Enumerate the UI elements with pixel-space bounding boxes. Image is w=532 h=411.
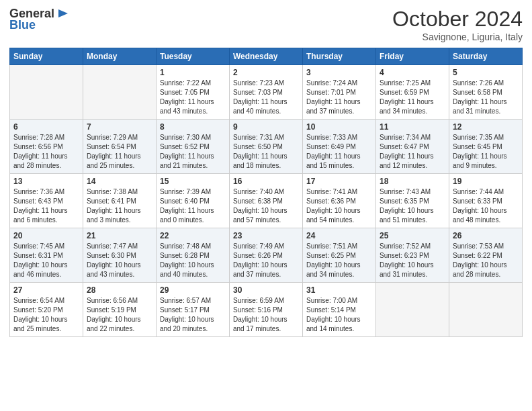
day-number: 6 [13,122,79,132]
day-info: Sunrise: 7:48 AMSunset: 6:28 PMDaylight:… [160,242,214,278]
day-number: 8 [160,122,226,132]
day-info: Sunrise: 7:47 AMSunset: 6:30 PMDaylight:… [87,242,141,278]
week-row-2: 6Sunrise: 7:28 AMSunset: 6:56 PMDaylight… [10,120,523,174]
calendar-cell: 14Sunrise: 7:38 AMSunset: 6:41 PMDayligh… [83,174,157,228]
calendar-cell: 19Sunrise: 7:44 AMSunset: 6:33 PMDayligh… [449,174,523,228]
day-info: Sunrise: 7:33 AMSunset: 6:49 PMDaylight:… [306,134,361,169]
calendar-cell: 1Sunrise: 7:22 AMSunset: 7:05 PMDaylight… [157,65,230,120]
day-number: 14 [87,177,152,186]
day-number: 4 [380,68,445,77]
col-header-tuesday: Tuesday [157,48,230,65]
day-info: Sunrise: 7:49 AMSunset: 6:26 PMDaylight:… [233,242,287,278]
day-info: Sunrise: 7:22 AMSunset: 7:05 PMDaylight:… [160,79,214,115]
day-number: 17 [306,177,372,186]
day-info: Sunrise: 6:56 AMSunset: 5:19 PMDaylight:… [87,297,141,332]
calendar-cell: 11Sunrise: 7:34 AMSunset: 6:47 PMDayligh… [376,120,449,174]
day-info: Sunrise: 7:26 AMSunset: 6:58 PMDaylight:… [453,79,507,115]
day-number: 25 [380,231,445,240]
calendar-cell: 3Sunrise: 7:24 AMSunset: 7:01 PMDaylight… [303,65,376,120]
logo: General Blue [9,7,69,32]
day-number: 7 [87,122,152,132]
svg-marker-0 [58,9,68,17]
logo-blue-text: Blue [9,18,36,32]
calendar-cell: 6Sunrise: 7:28 AMSunset: 6:56 PMDaylight… [10,120,83,174]
calendar-cell [83,65,157,120]
calendar-cell: 28Sunrise: 6:56 AMSunset: 5:19 PMDayligh… [83,283,157,337]
day-info: Sunrise: 7:41 AMSunset: 6:36 PMDaylight:… [306,188,361,224]
calendar-cell: 17Sunrise: 7:41 AMSunset: 6:36 PMDayligh… [303,174,376,228]
day-number: 2 [233,68,299,77]
day-number: 5 [453,68,519,77]
day-number: 30 [233,285,299,295]
calendar-cell: 16Sunrise: 7:40 AMSunset: 6:38 PMDayligh… [230,174,303,228]
day-number: 1 [160,68,226,77]
col-header-thursday: Thursday [303,48,376,65]
day-info: Sunrise: 7:28 AMSunset: 6:56 PMDaylight:… [13,134,68,169]
header-row: SundayMondayTuesdayWednesdayThursdayFrid… [10,48,523,65]
day-info: Sunrise: 7:40 AMSunset: 6:38 PMDaylight:… [233,188,287,224]
calendar-cell [449,283,523,337]
calendar-table: SundayMondayTuesdayWednesdayThursdayFrid… [9,48,523,337]
day-info: Sunrise: 7:38 AMSunset: 6:41 PMDaylight:… [87,188,141,224]
day-number: 13 [13,177,79,186]
day-number: 16 [233,177,299,186]
day-number: 27 [13,285,79,295]
day-info: Sunrise: 7:34 AMSunset: 6:47 PMDaylight:… [380,134,434,169]
calendar-cell: 12Sunrise: 7:35 AMSunset: 6:45 PMDayligh… [449,120,523,174]
day-number: 24 [306,231,372,240]
day-info: Sunrise: 7:43 AMSunset: 6:35 PMDaylight:… [380,188,434,224]
calendar-cell: 5Sunrise: 7:26 AMSunset: 6:58 PMDaylight… [449,65,523,120]
col-header-wednesday: Wednesday [230,48,303,65]
calendar-cell: 8Sunrise: 7:30 AMSunset: 6:52 PMDaylight… [157,120,230,174]
day-info: Sunrise: 7:51 AMSunset: 6:25 PMDaylight:… [306,242,361,278]
day-number: 31 [306,285,372,295]
col-header-friday: Friday [376,48,449,65]
calendar-cell: 27Sunrise: 6:54 AMSunset: 5:20 PMDayligh… [10,283,83,337]
main-container: General Blue October 2024 Savignone, Lig… [0,0,532,344]
day-info: Sunrise: 7:29 AMSunset: 6:54 PMDaylight:… [87,134,141,169]
day-number: 3 [306,68,372,77]
calendar-cell: 15Sunrise: 7:39 AMSunset: 6:40 PMDayligh… [157,174,230,228]
day-number: 20 [13,231,79,240]
calendar-cell: 13Sunrise: 7:36 AMSunset: 6:43 PMDayligh… [10,174,83,228]
day-number: 28 [87,285,152,295]
calendar-cell: 23Sunrise: 7:49 AMSunset: 6:26 PMDayligh… [230,228,303,283]
day-number: 29 [160,285,226,295]
calendar-cell: 29Sunrise: 6:57 AMSunset: 5:17 PMDayligh… [157,283,230,337]
calendar-cell: 7Sunrise: 7:29 AMSunset: 6:54 PMDaylight… [83,120,157,174]
week-row-1: 1Sunrise: 7:22 AMSunset: 7:05 PMDaylight… [10,65,523,120]
day-number: 26 [453,231,519,240]
day-info: Sunrise: 6:59 AMSunset: 5:16 PMDaylight:… [233,297,287,332]
day-info: Sunrise: 7:53 AMSunset: 6:22 PMDaylight:… [453,242,507,278]
day-number: 9 [233,122,299,132]
day-info: Sunrise: 7:35 AMSunset: 6:45 PMDaylight:… [453,134,507,169]
day-info: Sunrise: 7:39 AMSunset: 6:40 PMDaylight:… [160,188,214,224]
day-info: Sunrise: 6:57 AMSunset: 5:17 PMDaylight:… [160,297,214,332]
day-info: Sunrise: 6:54 AMSunset: 5:20 PMDaylight:… [13,297,68,332]
month-title: October 2024 [392,7,523,32]
day-number: 11 [380,122,445,132]
day-number: 15 [160,177,226,186]
day-info: Sunrise: 7:45 AMSunset: 6:31 PMDaylight:… [13,242,68,278]
week-row-4: 20Sunrise: 7:45 AMSunset: 6:31 PMDayligh… [10,228,523,283]
day-info: Sunrise: 7:23 AMSunset: 7:03 PMDaylight:… [233,79,287,115]
calendar-cell: 10Sunrise: 7:33 AMSunset: 6:49 PMDayligh… [303,120,376,174]
calendar-cell: 20Sunrise: 7:45 AMSunset: 6:31 PMDayligh… [10,228,83,283]
calendar-cell: 24Sunrise: 7:51 AMSunset: 6:25 PMDayligh… [303,228,376,283]
day-info: Sunrise: 7:25 AMSunset: 6:59 PMDaylight:… [380,79,434,115]
calendar-cell [10,65,83,120]
calendar-cell: 21Sunrise: 7:47 AMSunset: 6:30 PMDayligh… [83,228,157,283]
subtitle: Savignone, Liguria, Italy [392,32,523,42]
day-info: Sunrise: 7:31 AMSunset: 6:50 PMDaylight:… [233,134,287,169]
logo-flag-icon [56,8,69,20]
day-number: 18 [380,177,445,186]
calendar-cell: 9Sunrise: 7:31 AMSunset: 6:50 PMDaylight… [230,120,303,174]
calendar-cell: 18Sunrise: 7:43 AMSunset: 6:35 PMDayligh… [376,174,449,228]
col-header-sunday: Sunday [10,48,83,65]
header: General Blue October 2024 Savignone, Lig… [9,7,523,42]
day-info: Sunrise: 7:00 AMSunset: 5:14 PMDaylight:… [306,297,361,332]
day-number: 19 [453,177,519,186]
title-section: October 2024 Savignone, Liguria, Italy [392,7,523,42]
day-number: 22 [160,231,226,240]
calendar-cell: 30Sunrise: 6:59 AMSunset: 5:16 PMDayligh… [230,283,303,337]
